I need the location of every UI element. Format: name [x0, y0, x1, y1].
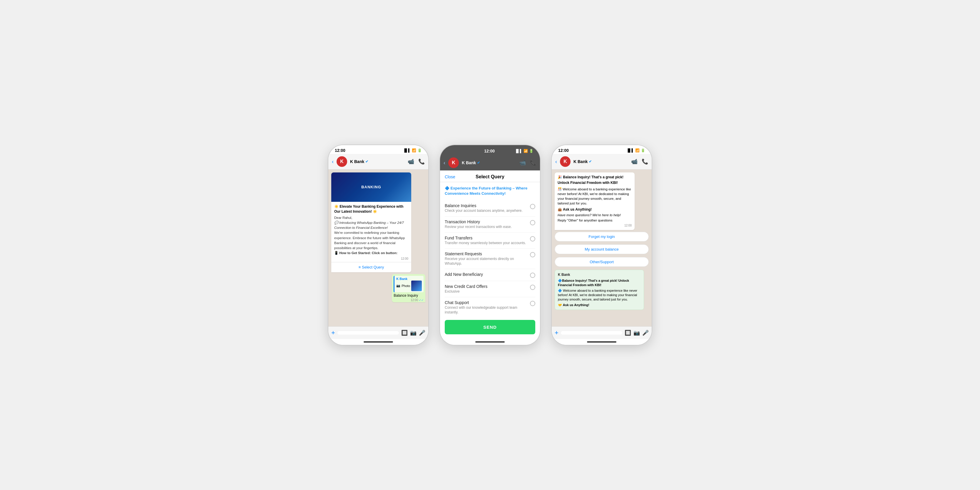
phone-2: 12:00 ▐▌▌ 📶 🔋 ‹ K K Bank ✔ 📹 📞 Cl — [440, 145, 540, 345]
phone2-chat-header: ‹ K K Bank ✔ 📹 📞 — [440, 155, 540, 171]
select-query-button[interactable]: ≡ Select Query — [331, 262, 411, 272]
bank-message-bubble: BANKING ☀️ Elevate Your Banking Experien… — [331, 173, 411, 272]
kbank-reply-name: K Bank — [558, 272, 641, 278]
phone-icon[interactable]: 📞 — [642, 159, 648, 165]
query-item-text: Fund Transfers Transfer money seamlessly… — [445, 236, 527, 246]
wifi-icon: 📶 — [523, 149, 528, 153]
mic-icon[interactable]: 🎤 — [642, 330, 649, 336]
phone-icon[interactable]: 📞 — [530, 160, 536, 166]
contact-name: K Bank ✔ — [350, 159, 405, 164]
contact-info: K Bank ✔ — [350, 159, 405, 164]
camera-icon[interactable]: 📷 — [410, 330, 417, 336]
sticker-icon[interactable]: 🔲 — [401, 330, 408, 336]
kbank-reply-heading: 🔷Balance Inquiry! That's a great pick! U… — [558, 279, 641, 288]
phone3-chat-body: 🎉 Balance Inquiry! That's a great pick! … — [552, 170, 652, 327]
phone2-time: 12:00 — [484, 149, 495, 153]
phone-icon[interactable]: 📞 — [418, 159, 425, 165]
plus-button[interactable]: + — [555, 329, 558, 337]
phone3-status-icons: ▐▌▌ 📶 🔋 — [627, 148, 645, 152]
header-icons: 📹 📞 — [519, 160, 536, 166]
wifi-icon: 📶 — [412, 148, 416, 152]
back-arrow-icon[interactable]: ‹ — [444, 160, 445, 166]
sent-reply-bubble: K Bank 📷 Photo Balance Inquiry 12:00 ✓✓ — [392, 274, 425, 302]
item-label: Balance Inquiries — [445, 203, 527, 208]
photo-label: Photo — [401, 284, 410, 288]
chat-input[interactable] — [561, 331, 622, 335]
msg1-time: 12:00 — [334, 257, 408, 261]
radio-button[interactable] — [530, 285, 535, 290]
item-sub: Receive your account statements directly… — [445, 257, 527, 266]
msg-sub2: 👜 Ask us Anything! — [558, 207, 632, 212]
sent-text: Balance Inquiry 12:00 ✓✓ — [392, 292, 425, 302]
send-button[interactable]: SEND — [445, 320, 535, 334]
avatar: K — [560, 156, 571, 167]
account-balance-button[interactable]: My account balance — [555, 244, 649, 254]
wifi-icon: 📶 — [635, 148, 640, 152]
radio-button[interactable] — [530, 301, 535, 306]
msg-footer: Reply "Other" for anyother questions — [558, 218, 632, 223]
verified-icon: ✔ — [589, 160, 592, 163]
item-label: Transaction History — [445, 219, 527, 224]
radio-button[interactable] — [530, 252, 535, 257]
reply-img-thumb — [411, 281, 422, 291]
home-indicator — [364, 341, 393, 343]
phone3-input-bar: + 🔲 📷 🎤 — [552, 327, 652, 339]
msg-heading: 🎉 Balance Inquiry! That's a great pick! — [558, 175, 632, 180]
phone2-status-icons: ▐▌▌ 📶 🔋 — [515, 149, 533, 153]
received-message-1: 🎉 Balance Inquiry! That's a great pick! … — [555, 173, 635, 230]
phone1-chat-header: ‹ K K Bank ✔ 📹 📞 — [328, 154, 428, 170]
phones-container: 12:00 ▐▌▌ 📶 🔋 ‹ K K Bank ✔ 📹 📞 — [328, 145, 652, 345]
item-sub: Transfer money seamlessly between your a… — [445, 241, 527, 246]
chat-input[interactable] — [337, 331, 399, 335]
radio-button[interactable] — [530, 204, 535, 209]
query-item-fund[interactable]: Fund Transfers Transfer money seamlessly… — [445, 233, 535, 249]
query-item-text: Chat Support Connect with our knowledgea… — [445, 300, 527, 315]
forget-login-button[interactable]: Forget my login — [555, 232, 649, 241]
msg-body: 🎊 Welcome aboard to a banking experience… — [558, 187, 632, 206]
kbank-reply-bubble: K Bank 🔷Balance Inquiry! That's a great … — [555, 270, 644, 310]
radio-button[interactable] — [530, 220, 535, 225]
close-button[interactable]: Close — [445, 174, 455, 179]
verified-icon: ✔ — [365, 160, 368, 163]
query-item-balance[interactable]: Balance Inquiries Check your account bal… — [445, 200, 535, 217]
promo-heading: ☀️ Elevate Your Banking Experience with … — [334, 204, 408, 214]
phone1-time: 12:00 — [335, 148, 345, 153]
query-item-text: New Credit Card Offers Exclusive — [445, 284, 527, 294]
phone1-home-bar — [328, 339, 428, 345]
sticker-icon[interactable]: 🔲 — [625, 330, 631, 336]
query-item-statement[interactable]: Statement Requests Receive your account … — [445, 249, 535, 269]
video-icon[interactable]: 📹 — [631, 159, 638, 165]
radio-button[interactable] — [530, 236, 535, 241]
contact-info: K Bank ✔ — [573, 159, 628, 164]
contact-name: K Bank ✔ — [573, 159, 628, 164]
item-label: New Credit Card Offers — [445, 284, 527, 289]
avatar: K — [337, 156, 347, 167]
mic-icon[interactable]: 🎤 — [419, 330, 425, 336]
item-sub: Check your account balances anytime, any… — [445, 209, 527, 213]
kbank-ask: 🤝 Ask us Anything! — [558, 303, 641, 307]
query-item-credit[interactable]: New Credit Card Offers Exclusive — [445, 281, 535, 297]
query-item-beneficiary[interactable]: Add New Beneficiary — [445, 269, 535, 281]
video-icon[interactable]: 📹 — [408, 159, 414, 165]
query-item-text: Statement Requests Receive your account … — [445, 252, 527, 266]
item-label: Chat Support — [445, 300, 527, 305]
back-arrow-icon[interactable]: ‹ — [332, 159, 334, 165]
phone3-chat-header: ‹ K K Bank ✔ 📹 📞 — [552, 154, 652, 170]
battery-icon: 🔋 — [529, 149, 533, 153]
video-icon[interactable]: 📹 — [519, 160, 526, 166]
contact-info: K Bank ✔ — [462, 160, 517, 165]
back-arrow-icon[interactable]: ‹ — [555, 159, 557, 165]
item-sub: Exclusive — [445, 289, 527, 294]
query-item-transaction[interactable]: Transaction History Review your recent t… — [445, 217, 535, 233]
plus-button[interactable]: + — [331, 329, 335, 337]
camera-icon[interactable]: 📷 — [633, 330, 640, 336]
phone1-status-bar: 12:00 ▐▌▌ 📶 🔋 — [328, 145, 428, 154]
home-indicator — [475, 341, 505, 343]
query-item-support[interactable]: Chat Support Connect with our knowledgea… — [445, 297, 535, 317]
other-support-button[interactable]: Other/Support — [555, 257, 649, 267]
verified-icon: ✔ — [477, 161, 480, 165]
query-body: 🔷 Experience the Future of Banking – Whe… — [440, 182, 540, 317]
double-tick-icon: ✓✓ — [419, 298, 423, 302]
phone1-input-bar: + 🔲 📷 🎤 — [328, 327, 428, 339]
radio-button[interactable] — [530, 273, 535, 278]
